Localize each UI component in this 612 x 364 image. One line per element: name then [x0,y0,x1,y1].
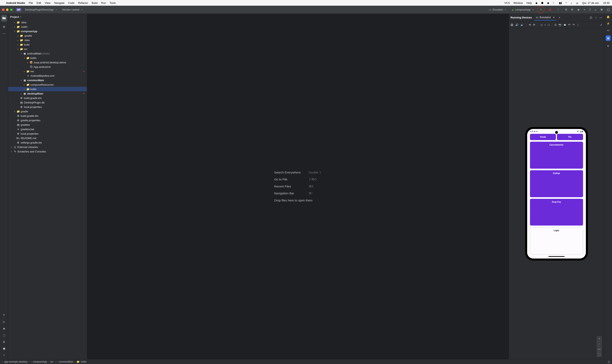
chevron-icon[interactable]: ▸ [17,39,19,41]
tree-row[interactable]: ▸✎Scratches and Consoles [8,149,87,154]
bc-2[interactable]: src [50,360,53,363]
chevron-icon[interactable]: ▸ [26,61,29,64]
moon-icon[interactable]: ☾ [553,1,555,4]
power-icon[interactable]: ⏻ [510,23,513,26]
cancelamento-button[interactable]: Cancelamento [530,142,583,169]
tree-row[interactable]: ▾▣androidMain [main] [8,51,87,56]
chevron-icon[interactable]: ▾ [20,79,22,81]
rotate-left-icon[interactable]: ⟲ [529,23,531,26]
tree-row[interactable]: ▸▣desktopMain [8,91,87,96]
tree-row[interactable]: ▾▣commonMain [8,78,87,82]
device-manager-icon[interactable]: ≣ [577,8,580,11]
tree-row[interactable]: ▤DesktopPlugin.db [8,100,87,105]
menu-view[interactable]: View [45,1,51,4]
home-icon[interactable]: ○ [544,23,546,26]
settings-icon[interactable]: ⚙ [600,8,603,11]
record-icon[interactable]: ⏺ [564,23,566,26]
menu-code[interactable]: Code [68,1,75,4]
search-everywhere-icon[interactable]: ⌕ [595,8,596,11]
cube-icon[interactable]: ⬢ [541,1,543,4]
tree-row[interactable]: ⚙build.gradle.kts [8,96,87,100]
run-tool-button[interactable]: ▷ [3,320,5,323]
more-tools-button[interactable]: ⋯ [3,32,5,35]
debug-icon[interactable]: ⌁ [584,8,585,11]
close-tab-icon[interactable]: × [553,16,555,19]
tree-row[interactable]: ⚙settings.gradle.kts [8,140,87,145]
menu-run[interactable]: Run [101,1,106,4]
vcs-widget[interactable]: Version control [60,7,84,12]
chevron-icon[interactable]: ▸ [17,35,19,37]
tree-row[interactable]: ⚙local.properties [8,105,87,109]
chevron-icon[interactable]: ▸ [13,110,16,113]
undo-icon[interactable]: ↶ [568,23,571,26]
menu-window[interactable]: Window [513,1,523,4]
project-selector[interactable]: DesktopPluginDemoApp [23,7,58,12]
close-window-button[interactable] [2,9,4,11]
maximize-window-button[interactable] [10,9,13,11]
project-view-header[interactable]: Project ▾ [8,14,87,20]
menu-edit[interactable]: Edit [37,1,41,4]
tree-row[interactable]: ▸📁composeResources [8,82,87,87]
android-navbar[interactable] [527,254,586,259]
menu-refactor[interactable]: Refactor [78,1,88,4]
status-indicator-icon[interactable]: ◫ [608,360,610,363]
rotate-right-icon[interactable]: ⟳ [533,23,535,26]
snapshot-icon[interactable]: ⎙ [555,23,556,26]
chevron-icon[interactable]: ▾ [17,48,19,50]
chevron-icon[interactable]: ▾ [23,57,26,59]
chevron-icon[interactable]: ▸ [17,43,19,46]
more-run-button[interactable]: ⋮ [555,7,561,12]
volume-up-icon[interactable]: 🔊 [515,23,519,26]
menu-build[interactable]: Build [92,1,98,4]
terminal-tool-button[interactable]: ▣ [3,347,5,350]
pinpad-button[interactable]: PinPad [530,170,583,197]
notifications-button[interactable]: 🔔 [607,15,610,18]
venda-button[interactable]: Venda [530,134,556,140]
chevron-icon[interactable]: ▾ [20,52,22,55]
toolbox-icon[interactable]: ◆ [535,1,537,4]
control-center-icon[interactable]: ⚌ [576,1,578,4]
screenshot-icon[interactable]: 📷 [558,23,561,26]
structure-tool-button[interactable]: ⌬ [3,25,5,28]
tree-row[interactable]: ▸📁.idea [8,38,87,42]
chevron-icon[interactable]: ▸ [13,21,16,24]
problems-tool-button[interactable]: ⊘ [3,340,5,343]
chevron-icon[interactable]: ▸ [23,70,26,72]
tree-row[interactable]: ▾📁composeApp [8,29,87,33]
menubar-time[interactable]: 16:30 [603,1,610,4]
menu-file[interactable]: File [29,1,33,4]
bc-root[interactable]: app-exemplo-desktop [4,360,27,363]
project-tool-button[interactable] [1,15,7,22]
running-devices-label[interactable]: Running Devices [510,16,532,19]
minimize-panel-icon[interactable]: — [600,16,602,19]
tree-row[interactable]: M↓README.md [8,136,87,140]
tree-row[interactable]: ▸📁build [8,42,87,47]
services-tool-button[interactable]: ◈ [3,327,5,330]
zoopkey-button[interactable]: Zoop Key [530,199,583,226]
add-device-button[interactable]: + [559,16,560,19]
debug-button[interactable]: 🐞 [547,7,553,12]
menu-help[interactable]: Help [526,1,532,4]
chevron-icon[interactable]: ▾ [13,30,16,32]
overview-icon[interactable]: □ [548,23,550,26]
login-button[interactable]: Login [530,227,583,254]
tree-row[interactable]: ▸📁.idea [8,20,87,25]
device-screen[interactable]: 4:30◈♦• 3G◢▮ Venda Pix Cancelamento PinP… [527,129,586,259]
menu-navigate[interactable]: Navigate [54,1,65,4]
inspect-tool-button[interactable]: ⬚ [3,334,5,337]
tree-row[interactable]: ▸⌸External Libraries [8,145,87,149]
code-with-me-icon[interactable]: ⎘ [565,8,567,11]
tree-row[interactable]: ▸📁kotlin [8,87,87,91]
tree-row[interactable]: ⚙gradle.properties [8,118,87,122]
panel-options-icon[interactable]: ⋮ [595,16,597,19]
tree-row[interactable]: ▾📁src [8,47,87,51]
wifi-icon[interactable]: ⌔ [565,1,567,4]
chevron-icon[interactable]: ▸ [10,150,13,153]
avatar-icon[interactable]: ◯ [607,8,610,11]
deploy-target[interactable]: ▭Emulator [487,7,508,12]
chevron-icon[interactable]: ▸ [23,88,26,90]
tree-row[interactable]: ⩃AndroidManifest.xml [8,74,87,78]
zoom-reset-button[interactable]: 1:1 [597,347,602,352]
extended-controls-icon[interactable]: ⋮ [577,23,579,26]
tree-row[interactable]: ⚙local.properties [8,131,87,136]
